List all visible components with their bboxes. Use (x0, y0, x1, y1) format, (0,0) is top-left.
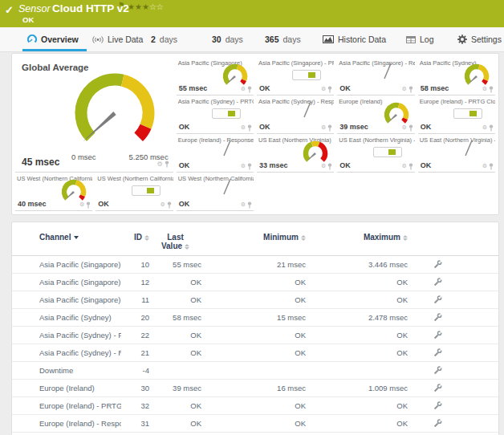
channel-tile[interactable]: Europe (Ireland)39 msec⚙ (337, 96, 414, 134)
tab-overview-label: Overview (41, 35, 79, 44)
channel-tile[interactable]: US East (Northern Virginia) - ...OK⚙ (418, 134, 495, 173)
tile-gear-icon[interactable]: ⚙ (241, 125, 246, 131)
channel-name[interactable]: Asia Pacific (Singapore) - ... (39, 295, 121, 304)
tile-pin-icon[interactable] (167, 201, 172, 209)
channel-tile[interactable]: Asia Pacific (Singapore)55 msec⚙ (177, 57, 254, 96)
tile-gear-icon[interactable]: ⚙ (482, 125, 487, 131)
column-header-id[interactable]: ID (121, 233, 149, 242)
channel-minimum: OK (201, 278, 306, 287)
tile-gear-icon[interactable]: ⚙ (482, 87, 487, 92)
tab-historic-data[interactable]: Historic Data (323, 27, 386, 51)
channel-settings-icon[interactable] (433, 384, 442, 392)
tile-gear-icon[interactable]: ⚙ (241, 164, 246, 169)
channel-settings-icon[interactable] (433, 348, 442, 357)
channel-settings-icon[interactable] (433, 331, 442, 339)
tile-pin-icon[interactable] (489, 163, 494, 170)
tile-gear-icon[interactable]: ⚙ (321, 125, 326, 131)
gauges-panel: Global Average 0 msec 5.250 msec 45 msec… (11, 53, 499, 215)
tile-pin-icon[interactable] (247, 124, 252, 132)
channel-minimum: 21 msec (201, 260, 306, 269)
tab-live-data[interactable]: Live Data (92, 27, 143, 51)
tab-settings-label: Settings (471, 35, 502, 44)
tile-pin-icon[interactable] (247, 163, 252, 170)
tile-gear-icon[interactable]: ⚙ (79, 202, 84, 208)
tile-gear-icon[interactable]: ⚙ (321, 87, 326, 92)
tile-pin-icon[interactable] (247, 201, 252, 209)
channel-maximum: OK (306, 295, 408, 304)
tab-365-days[interactable]: 365days (265, 27, 301, 51)
channel-settings-icon[interactable] (433, 366, 442, 375)
tile-gear-icon[interactable]: ⚙ (321, 164, 326, 169)
tile-pin-icon[interactable] (408, 163, 413, 170)
channel-id: 10 (121, 260, 149, 269)
channel-settings-icon[interactable] (433, 419, 442, 428)
column-header-minimum[interactable]: Minimum (201, 233, 306, 242)
channel-tile[interactable]: US West (Northern California)...OK⚙ (177, 173, 254, 211)
priority-stars[interactable]: ★★★☆☆ (128, 2, 164, 11)
channel-maximum: 3.446 msec (306, 260, 408, 269)
column-header-last-value[interactable]: LastValue (149, 233, 201, 250)
channel-tile[interactable]: Europe (Ireland) - Response C...OK⚙ (177, 134, 254, 173)
channel-tile[interactable]: Europe (Ireland) - PRTG Cloud...OK⚙ (418, 96, 495, 134)
channel-settings-icon[interactable] (433, 401, 442, 410)
tile-pin-icon[interactable] (408, 86, 413, 93)
channel-name[interactable]: Europe (Ireland) (39, 384, 121, 392)
channel-tile[interactable]: US East (Northern Virginia) - ...OK⚙ (337, 134, 414, 173)
tab-overview[interactable]: Overview (27, 27, 79, 51)
tab-log[interactable]: Log (406, 27, 434, 51)
channel-name[interactable]: Asia Pacific (Sydney) - PR... (39, 331, 121, 339)
tile-gear-icon[interactable]: ⚙ (401, 164, 406, 169)
channel-name[interactable]: Asia Pacific (Singapore) (39, 260, 121, 269)
tile-gear-icon[interactable]: ⚙ (160, 202, 165, 208)
channel-tile[interactable]: Asia Pacific (Sydney) - PRTG ...OK⚙ (177, 96, 254, 134)
tile-pin-icon[interactable] (489, 124, 494, 132)
tile-pin-icon[interactable] (489, 86, 494, 93)
channel-tile[interactable]: Asia Pacific (Singapore) - Res...OK⚙ (337, 57, 414, 96)
tile-pin-icon[interactable] (86, 201, 91, 209)
channel-tile[interactable]: US East (Northern Virginia)33 msec⚙ (257, 134, 334, 173)
tile-gear-icon[interactable]: ⚙ (482, 164, 487, 169)
flag-icon: ⚑ (118, 1, 124, 9)
tile-pin-icon[interactable] (408, 124, 413, 132)
tile-value: OK (98, 200, 109, 208)
channel-tile[interactable]: Asia Pacific (Singapore) - PR...OK⚙ (257, 57, 334, 96)
tile-pin-icon[interactable] (327, 163, 332, 170)
column-header-maximum[interactable]: Maximum (306, 233, 408, 242)
tile-value: OK (259, 84, 270, 92)
channel-name[interactable]: Europe (Ireland) - PRTG Cl... (39, 401, 121, 410)
channel-minimum: OK (201, 348, 306, 357)
channel-tile[interactable]: Asia Pacific (Sydney)58 msec⚙ (418, 57, 495, 96)
tile-pin-icon[interactable] (165, 161, 169, 168)
tile-pin-icon[interactable] (327, 86, 332, 93)
tile-value: OK (339, 161, 351, 169)
channel-tile[interactable]: Asia Pacific (Sydney) - Respo...OK⚙ (257, 96, 334, 134)
channel-settings-icon[interactable] (433, 295, 442, 304)
channel-settings-icon[interactable] (433, 260, 442, 269)
tile-gear-icon[interactable]: ⚙ (156, 161, 162, 168)
tile-gear-icon[interactable]: ⚙ (401, 125, 406, 131)
channel-settings-icon[interactable] (433, 313, 442, 322)
tile-pin-icon[interactable] (247, 86, 252, 93)
channel-tile[interactable]: US West (Northern California)...OK⚙ (96, 173, 173, 211)
channel-settings-icon[interactable] (433, 278, 442, 287)
gauge-icon (27, 35, 37, 44)
column-header-channel[interactable]: Channel (39, 233, 121, 242)
table-row: Asia Pacific (Sydney) - Re...21OKOKOK (12, 344, 498, 362)
channel-name[interactable]: Asia Pacific (Singapore) - ... (39, 278, 121, 287)
channel-name[interactable]: Asia Pacific (Sydney) (39, 313, 121, 322)
tab-30-days[interactable]: 30days (212, 27, 243, 51)
channel-name[interactable]: Downtime (39, 366, 121, 375)
tile-value: 33 msec (259, 161, 288, 169)
channel-name[interactable]: Asia Pacific (Sydney) - Re... (39, 348, 121, 357)
channel-name[interactable]: Europe (Ireland) - Respon... (39, 419, 121, 428)
table-body: Asia Pacific (Singapore)1055 msec21 msec… (12, 256, 498, 433)
tile-gear-icon[interactable]: ⚙ (241, 87, 246, 92)
tile-gear-icon[interactable]: ⚙ (241, 202, 246, 208)
tile-gear-icon[interactable]: ⚙ (401, 87, 406, 92)
channel-tile[interactable]: US West (Northern California)40 msec⚙ (15, 173, 92, 211)
tab-settings[interactable]: Settings (457, 27, 502, 51)
global-average-tile[interactable]: Global Average 0 msec 5.250 msec 45 msec… (15, 57, 173, 173)
tab-2-days[interactable]: 2days (151, 27, 177, 51)
sensor-header: ✓ Sensor Cloud HTTP v2 ⚑ ★★★☆☆ OK (0, 0, 504, 27)
tile-pin-icon[interactable] (327, 124, 332, 132)
